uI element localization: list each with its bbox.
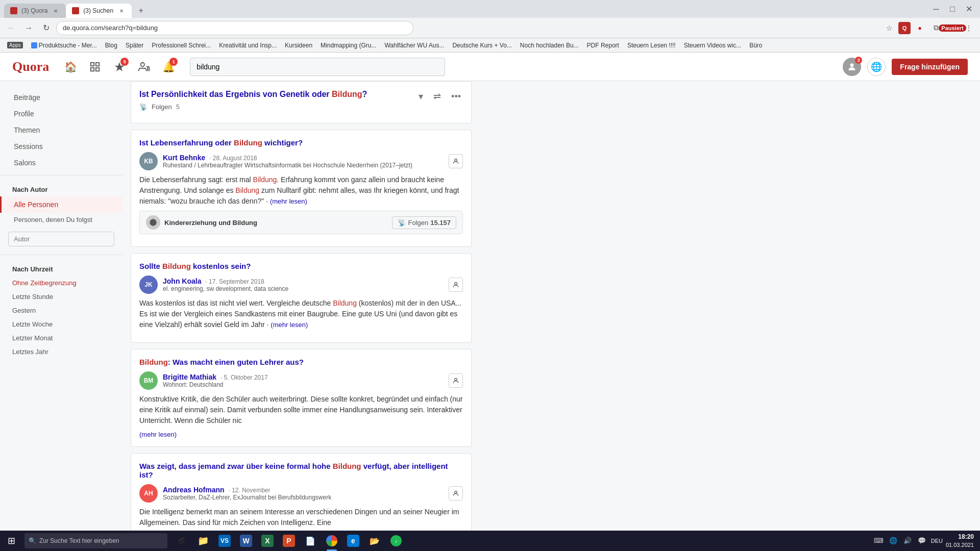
bookmark-steuern-lesen[interactable]: Steuern Lesen !!!! xyxy=(624,41,679,50)
menu-button[interactable]: ⋮ xyxy=(962,21,976,35)
address-bar[interactable]: de.quora.com/search?q=bildung xyxy=(56,21,413,35)
bookmark-produktsuche[interactable]: Produktsuche - Mer... xyxy=(28,41,100,50)
answer-question-2[interactable]: Sollte Bildung kostenlos sein? xyxy=(139,262,463,270)
taskbar-spotify[interactable]: ♪ xyxy=(386,531,406,550)
sidebar-item-folge-personen[interactable]: Personen, denen Du folgst xyxy=(0,213,122,228)
bookmark-wahlfaecher[interactable]: Wahlfächer WU Aus... xyxy=(381,41,447,50)
feed-nav-button[interactable] xyxy=(84,56,106,78)
taskbar-vscode[interactable]: VS xyxy=(214,531,235,550)
bookmark-buero[interactable]: Büro xyxy=(746,41,765,50)
browser-tab-2[interactable]: (3) Suchen ✕ xyxy=(66,4,132,18)
forward-button[interactable]: → xyxy=(21,21,36,35)
read-more-3[interactable]: (mehr lesen) xyxy=(139,431,177,438)
bookmark-hochladen[interactable]: Noch hochladen Bu... xyxy=(517,41,582,50)
bookmark-steuern-videos[interactable]: Steuern Videos wic... xyxy=(681,41,745,50)
sidebar-time-stunde[interactable]: Letzte Stunde xyxy=(0,290,122,304)
browser-tab-1[interactable]: (3) Quora ✕ xyxy=(4,4,66,18)
topic-name-1[interactable]: Kindererziehung und Bildung xyxy=(164,219,257,227)
answer-question-4[interactable]: Was zeigt, dass jemand zwar über keine f… xyxy=(139,462,463,479)
follow-label-1[interactable]: Folgen xyxy=(152,103,172,111)
taskbar-search[interactable]: 🔍 Zur Suche Text hier eingeben xyxy=(24,533,167,548)
author-avatar-3[interactable]: BM xyxy=(139,371,158,390)
read-more-2[interactable]: (mehr lesen) xyxy=(271,321,308,329)
taskbar-pdf[interactable]: 📄 xyxy=(300,531,321,550)
author-avatar-1[interactable]: KB xyxy=(139,152,158,170)
back-button[interactable]: ← xyxy=(4,21,18,35)
credential-icon-3[interactable] xyxy=(449,373,463,388)
systray-network-icon[interactable]: 🌐 xyxy=(887,535,899,547)
maximize-button[interactable]: □ xyxy=(945,2,960,16)
bookmark-star-icon[interactable]: ☆ xyxy=(882,21,896,35)
topic-tag-1[interactable]: Kindererziehung und Bildung 📡 Folgen 15.… xyxy=(139,211,463,234)
start-button[interactable]: ⊞ xyxy=(0,531,22,550)
sidebar-item-sessions[interactable]: Sessions xyxy=(0,138,122,155)
bookmark-kursideen[interactable]: Kursideen xyxy=(282,41,315,50)
lastpass-icon[interactable]: ● xyxy=(913,21,927,35)
read-more-1[interactable]: (mehr lesen) xyxy=(270,197,307,205)
systray-notification-icon[interactable]: 💬 xyxy=(916,535,928,547)
credential-icon-2[interactable] xyxy=(449,278,463,292)
taskbar-chrome[interactable] xyxy=(322,531,342,550)
sidebar-time-monat[interactable]: Letzter Monat xyxy=(0,331,122,345)
result-question-1[interactable]: Ist Persönlichkeit das Ergebnis von Gene… xyxy=(139,90,367,99)
sidebar-item-alle-personen[interactable]: Alle Personen xyxy=(0,196,122,213)
bookmark-later[interactable]: Später xyxy=(122,41,146,50)
search-input[interactable] xyxy=(190,58,445,76)
systray-keyboard-icon[interactable]: ⌨ xyxy=(873,535,885,547)
bookmark-apps[interactable]: Apps xyxy=(4,41,26,49)
taskbar-file-manager[interactable]: 📂 xyxy=(364,531,385,550)
topic-follow-btn-1[interactable]: 📡 Folgen 15.157 xyxy=(392,216,456,229)
systray-clock[interactable]: 18:20 01.03.2021 xyxy=(946,533,974,548)
sidebar-time-jahr[interactable]: Letztes Jahr xyxy=(0,345,122,359)
answer-question-3[interactable]: Bildung: Was macht einen guten Lehrer au… xyxy=(139,358,463,366)
refresh-button[interactable]: ↻ xyxy=(39,21,53,35)
sidebar-item-beitraege[interactable]: Beiträge xyxy=(0,89,122,106)
bookmark-pdf[interactable]: PDF Report xyxy=(584,41,622,50)
author-name-3[interactable]: Brigitte Mathiak xyxy=(163,373,216,381)
sidebar-item-salons[interactable]: Salons xyxy=(0,155,122,171)
people-nav-button[interactable] xyxy=(133,56,155,78)
bookmark-mindmapping[interactable]: Mindmapping (Gru... xyxy=(317,41,379,50)
taskbar-taskview[interactable]: 🗗 xyxy=(172,531,192,550)
author-name-4[interactable]: Andreas Hofmann xyxy=(163,486,225,494)
home-nav-button[interactable]: 🏠 xyxy=(59,56,82,78)
author-avatar-4[interactable]: AH xyxy=(139,484,158,503)
author-name-1[interactable]: Kurt Behnke xyxy=(163,154,205,162)
language-button[interactable]: 🌐 xyxy=(867,58,886,76)
downvote-button-1[interactable]: ▾ xyxy=(416,90,425,103)
sidebar-item-profile[interactable]: Profile xyxy=(0,106,122,122)
add-question-button[interactable]: Frage hinzufügen xyxy=(892,59,968,75)
quora-extension-icon[interactable]: Q xyxy=(898,22,911,34)
close-window-button[interactable]: ✕ xyxy=(962,2,976,16)
bookmark-kreativitaet[interactable]: Kreativität und Insp... xyxy=(216,41,280,50)
quora-logo[interactable]: Quora xyxy=(12,59,49,74)
more-button-1[interactable]: ••• xyxy=(449,90,463,103)
answer-question-1[interactable]: Ist Lebenserfahrung oder Bildung wichtig… xyxy=(139,138,463,147)
taskbar-file-explorer[interactable]: 📁 xyxy=(193,531,213,550)
taskbar-word[interactable]: W xyxy=(236,531,256,550)
bookmark-professionell[interactable]: Professionell Schrei... xyxy=(149,41,214,50)
credential-icon-1[interactable] xyxy=(449,154,463,168)
taskbar-powerpoint[interactable]: P xyxy=(279,531,299,550)
avatar-container[interactable]: 2 xyxy=(843,58,861,76)
systray-volume-icon[interactable]: 🔊 xyxy=(901,535,914,547)
author-avatar-2[interactable]: JK xyxy=(139,276,158,294)
tab1-close[interactable]: ✕ xyxy=(52,7,60,15)
sidebar-item-themen[interactable]: Themen xyxy=(0,122,122,138)
sidebar-time-woche[interactable]: Letzte Woche xyxy=(0,317,122,331)
spaces-nav-button[interactable]: 5 xyxy=(108,56,131,78)
taskbar-edge[interactable]: e xyxy=(343,531,363,550)
new-tab-button[interactable]: + xyxy=(134,4,148,18)
notifications-nav-button[interactable]: 🔔 1 xyxy=(157,56,180,78)
profile-icon[interactable]: Pausiert xyxy=(945,21,960,35)
sidebar-time-gestern[interactable]: Gestern xyxy=(0,304,122,317)
minimize-button[interactable]: ─ xyxy=(929,2,943,16)
author-name-2[interactable]: John Koala xyxy=(163,277,201,285)
bookmark-blog[interactable]: Blog xyxy=(102,41,120,50)
author-search-input[interactable] xyxy=(8,232,114,246)
tab2-close[interactable]: ✕ xyxy=(117,7,126,15)
share-button-1[interactable]: ⇌ xyxy=(431,90,443,103)
bookmark-deutsche-kurs[interactable]: Deutsche Kurs + Vo... xyxy=(449,41,514,50)
taskbar-excel[interactable]: X xyxy=(257,531,278,550)
sidebar-time-ohne[interactable]: Ohne Zeitbegrenzung xyxy=(0,276,122,290)
